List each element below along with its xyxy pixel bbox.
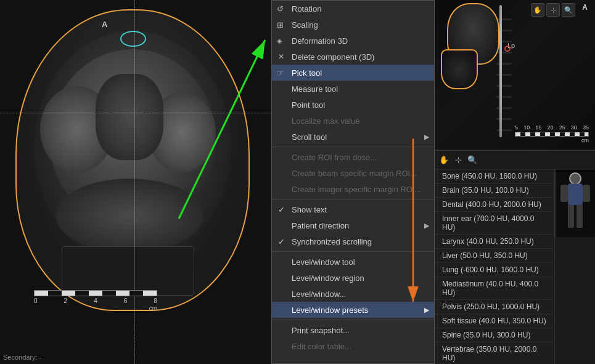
bottom-content: Bone (450.0 HU, 1600.0 HU) Brain (35.0 H… [435,169,595,364]
scale-2: 2 [64,297,68,304]
level-window-region-label: Level/window region [292,273,364,283]
toolbar-search2-icon[interactable]: 🔍 [466,154,478,166]
point-tool-label: Point tool [292,100,325,110]
menu-item-print-snapshot[interactable]: Print snapshot... [272,322,434,338]
menu-item-point-tool[interactable]: Point tool [272,97,434,113]
scale-15: 15 [535,124,541,131]
crosshair-horizontal [0,113,271,113]
face-outline [441,49,478,89]
sync-scrolling-label: Synchronized scrolling [292,237,372,246]
scale-25: 25 [559,124,565,131]
scale-bar-right: 5 10 15 20 25 30 35 cm [515,124,589,144]
menu-item-delete-component[interactable]: ✕ Delete component (3D) [272,49,434,65]
hu-item-lung[interactable]: Lung (-600.0 HU, 1600.0 HU) [435,263,554,277]
hu-presets-list[interactable]: Bone (450.0 HU, 1600.0 HU) Brain (35.0 H… [435,169,555,364]
scale-0: 0 [34,297,38,304]
hu-item-larynx[interactable]: Larynx (40.0 HU, 250.0 HU) [435,235,554,249]
separator-3 [272,251,434,252]
toolbar-hand2-icon[interactable]: ✋ [438,154,450,166]
menu-item-pick-tool[interactable]: ☞ Pick tool [272,65,434,81]
scale-6: 6 [124,297,128,304]
scale-4: 4 [94,297,97,304]
separator-1 [272,147,434,147]
pick-tool-label: Pick tool [292,68,322,78]
sync-scroll-check: ✓ [278,237,285,246]
right-toolbar-top: ✋ ⊹ 🔍 [531,3,575,17]
patient-direction-arrow: ▶ [424,222,429,230]
hu-item-vertebrae[interactable]: Vertebrae (350.0 HU, 2000.0 HU) [435,342,554,364]
scale-10: 10 [523,124,530,131]
menu-item-scroll-tool[interactable]: Scroll tool ▶ [272,129,434,145]
measure-tool-label: Measure tool [292,84,338,94]
menu-item-level-window-tool[interactable]: Level/window tool [272,254,434,270]
separator-2 [272,199,434,200]
hu-item-pelvis[interactable]: Pelvis (250.0 HU, 1000.0 HU) [435,300,554,314]
edit-color-table-label: Edit color table... [292,342,351,351]
body-leg-left [568,204,574,228]
create-imager-roi-label: Create imager specific margin ROI... [292,185,421,194]
ellipse-marker [120,31,146,47]
lp-marker [504,46,511,52]
hu-item-inner-ear[interactable]: Inner ear (700.0 HU, 4000.0 HU) [435,212,554,235]
scale-30: 30 [571,124,577,131]
scale-5: 5 [515,124,518,131]
scale-35: 35 [583,124,589,131]
menu-item-level-window-presets[interactable]: Level/window presets ▶ [272,302,434,318]
a-label-right: A [582,3,588,12]
right-bottom-panel: ✋ ⊹ 🔍 Bone (450.0 HU, 1600.0 HU) Brain (… [435,151,595,364]
menu-item-measure-tool[interactable]: Measure tool [272,81,434,97]
hu-item-mediastinum[interactable]: Mediastinum (40.0 HU, 400.0 HU) [435,277,554,300]
delete-icon: ✕ [278,52,284,61]
delete-label: Delete component (3D) [292,52,374,62]
hu-item-bone[interactable]: Bone (450.0 HU, 1600.0 HU) [435,169,554,184]
scale-20: 20 [547,124,553,131]
level-window-label: Level/window... [292,289,346,299]
label-a-top: A [102,20,107,29]
body-head [569,172,581,185]
rotation-icon: ↺ [277,4,284,14]
scale-8: 8 [154,297,157,304]
level-window-presets-label: Level/window presets [292,305,368,315]
show-text-check: ✓ [278,205,285,214]
secondary-label: Secondary: - [3,354,41,361]
menu-item-show-text[interactable]: ✓ Show text [272,201,434,217]
menu-item-level-window-region[interactable]: Level/window region [272,270,434,286]
toolbar-search-icon[interactable]: 🔍 [562,3,575,17]
menu-item-deformation3d[interactable]: ◈ Deformation 3D [272,33,434,49]
scaling-label: Scaling [292,20,318,30]
hu-item-liver[interactable]: Liver (50.0 HU, 350.0 HU) [435,249,554,263]
bottom-panel-toolbar: ✋ ⊹ 🔍 [435,151,595,169]
toolbar-hand-icon[interactable]: ✋ [531,3,544,17]
level-window-tool-label: Level/window tool [292,257,355,267]
create-roi-dose-label: Create ROI from dose... [292,153,377,162]
toolbar-cursor-icon[interactable]: ⊹ [546,3,560,17]
menu-item-synchronized-scrolling[interactable]: ✓ Synchronized scrolling [272,233,434,249]
pick-icon: ☞ [276,68,284,78]
menu-item-patient-direction[interactable]: Patient direction ▶ [272,217,434,233]
hu-item-dental[interactable]: Dental (400.0 HU, 2000.0 HU) [435,198,554,212]
hu-item-brain[interactable]: Brain (35.0 HU, 100.0 HU) [435,184,554,198]
menu-item-scaling[interactable]: ⊞ Scaling [272,17,434,33]
vertebrae [496,9,512,132]
patient-direction-label: Patient direction [292,221,349,230]
body-arm-right [583,185,590,202]
deformation-label: Deformation 3D [292,36,348,46]
hu-item-soft-tissue[interactable]: Soft tissue (40.0 HU, 350.0 HU) [435,314,554,328]
menu-item-create-imager-roi: Create imager specific margin ROI... [272,181,434,197]
body-model-area [555,169,595,237]
menu-item-level-window[interactable]: Level/window... [272,286,434,302]
body-arm-left [560,185,568,202]
print-snapshot-label: Print snapshot... [292,326,350,335]
menu-item-create-roi-dose: Create ROI from dose... [272,149,434,165]
toolbar-cursor2-icon[interactable]: ⊹ [452,154,464,166]
sagittal-panel: Lp 5 10 15 20 25 30 35 cm A ✋ ⊹ 🔍 [435,0,595,151]
scroll-tool-label: Scroll tool [292,132,327,142]
hu-item-spine[interactable]: Spine (35.0 HU, 300.0 HU) [435,328,554,342]
body-leg-right [577,204,583,228]
presets-arrow: ▶ [424,306,429,314]
cerebellum [55,179,203,253]
localize-max-label: Localize max value [292,116,360,126]
context-menu: ↺ Rotation ⊞ Scaling ◈ Deformation 3D ✕ … [271,0,435,364]
menu-item-rotation[interactable]: ↺ Rotation [272,1,434,17]
menu-item-create-beam-roi: Create beam specific margin ROI... [272,165,434,181]
